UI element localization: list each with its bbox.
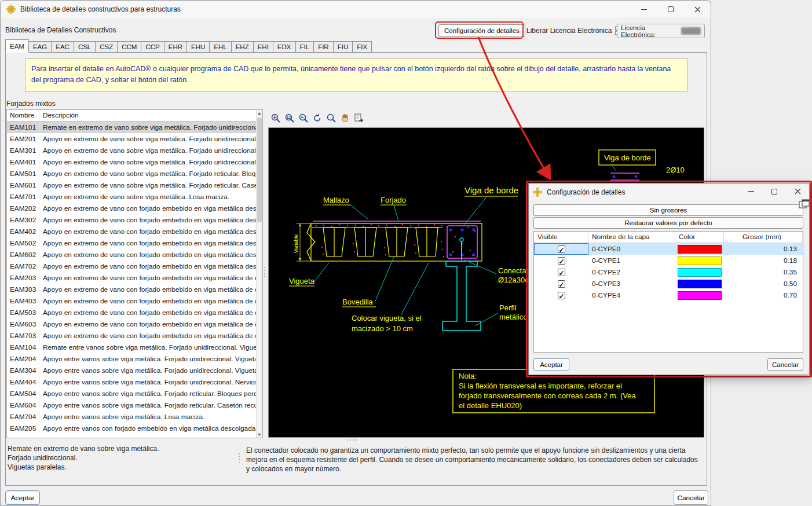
list-item[interactable]: EAM603 Apoyo en extremo de vano con forj…	[7, 318, 256, 330]
list-item[interactable]: EAM101 Remate en extremo de vano sobre v…	[7, 122, 256, 133]
detail-tab[interactable]: CCM	[117, 41, 141, 53]
list-item[interactable]: EAM702 Apoyo en extremo de vano con forj…	[7, 261, 256, 272]
detail-tab[interactable]: CCP	[141, 41, 164, 53]
list-item[interactable]: EAM202 Apoyo en extremo de vano con forj…	[7, 203, 256, 214]
visible-checkbox[interactable]	[558, 292, 565, 299]
list-item[interactable]: EAM301 Apoyo en extremo de vano sobre vi…	[7, 145, 256, 156]
list-item[interactable]: EAM502 Apoyo en extremo de vano con forj…	[7, 237, 256, 249]
accept-button[interactable]: Aceptar	[5, 490, 40, 505]
zoom-extents-icon[interactable]	[283, 112, 295, 124]
detail-tab[interactable]: EHR	[164, 41, 187, 53]
list-item[interactable]: EAM704 Apoyo entre vanos sobre viga metá…	[7, 411, 256, 423]
dialog-accept-button[interactable]: Aceptar	[533, 358, 569, 371]
list-item[interactable]: EAM201 Apoyo en extremo de vano sobre vi…	[7, 133, 256, 145]
zoom-previous-icon[interactable]	[297, 112, 309, 124]
column-header-nombre[interactable]: Nombre	[7, 110, 39, 121]
visible-checkbox[interactable]	[558, 280, 565, 288]
list-item[interactable]: EAM703 Apoyo en extremo de vano con forj…	[7, 330, 256, 342]
cad-label-viga-de-borde-top: Viga de borde	[604, 153, 651, 162]
list-item[interactable]: EAM503 Apoyo en extremo de vano con forj…	[7, 307, 256, 318]
bottom-panel-splitter[interactable]	[239, 453, 240, 463]
dialog-cancel-button[interactable]: Cancelar	[767, 358, 803, 371]
detail-tab[interactable]: EAG	[28, 41, 52, 53]
detail-tab[interactable]: FIU	[333, 41, 353, 53]
sin-grosores-button[interactable]: Sin grosores	[533, 204, 803, 216]
layer-color-swatch[interactable]	[678, 268, 722, 277]
list-item[interactable]: EAM303 Apoyo en extremo de vano con forj…	[7, 284, 256, 295]
detail-tab[interactable]: EHI	[253, 41, 273, 53]
layer-color-swatch[interactable]	[678, 280, 722, 288]
maximize-button[interactable]	[657, 1, 684, 18]
list-item[interactable]: EAM403 Apoyo en extremo de vano con forj…	[7, 295, 256, 307]
horizontal-splitter[interactable]	[347, 439, 357, 441]
detail-tab[interactable]: EHL	[209, 41, 231, 53]
tab-label: EHR	[169, 43, 182, 50]
scroll-down-arrow[interactable]	[257, 431, 262, 438]
visible-checkbox[interactable]	[558, 269, 565, 276]
layer-color-swatch[interactable]	[678, 245, 722, 254]
tab-label: EHI	[258, 43, 269, 50]
list-item[interactable]: EAM401 Apoyo en extremo de vano sobre vi…	[7, 156, 256, 168]
detail-tab[interactable]: EHZ	[231, 41, 254, 53]
column-header-visible[interactable]: Visible	[534, 232, 588, 243]
layer-row[interactable]: 0-CYPE4 0.70	[534, 289, 803, 301]
list-item[interactable]: EAM602 Apoyo en extremo de vano con forj…	[7, 249, 256, 261]
column-header-descripcion[interactable]: Descripción	[39, 110, 262, 121]
redraw-icon[interactable]	[311, 112, 323, 124]
dialog-close-button[interactable]	[786, 184, 809, 200]
detail-tab[interactable]: CSZ	[95, 41, 118, 53]
dialog-maximize-button[interactable]	[763, 184, 786, 200]
cancel-button[interactable]: Cancelar	[674, 490, 708, 505]
list-item[interactable]: EAM501 Apoyo en extremo de vano sobre vi…	[7, 168, 256, 179]
column-header-color[interactable]: Color	[675, 232, 724, 243]
release-license-command[interactable]: Liberar Licencia Electrónica	[526, 24, 626, 37]
list-item[interactable]: EAM402 Apoyo en extremo de vano con forj…	[7, 226, 256, 237]
close-button[interactable]	[684, 1, 711, 18]
vertical-splitter[interactable]	[264, 267, 265, 277]
pan-icon[interactable]	[339, 112, 351, 124]
detail-description: Apoyo en extremo de vano con forjado emb…	[39, 226, 256, 237]
list-item[interactable]: EAM302 Apoyo en extremo de vano con forj…	[7, 214, 256, 226]
detail-tab[interactable]: EDX	[273, 41, 296, 53]
zoom-window-icon[interactable]	[269, 112, 281, 124]
list-item[interactable]: EAM104 Remate entre vanos sobre viga met…	[7, 342, 256, 353]
detach-panel-icon[interactable]	[799, 199, 810, 211]
layer-row[interactable]: 0-CYPE3 0.50	[534, 278, 803, 289]
dialog-minimize-button[interactable]	[740, 184, 763, 200]
list-item[interactable]: EAM204 Apoyo entre vanos sobre viga metá…	[7, 353, 256, 365]
restore-defaults-button[interactable]: Restaurar valores por defecto	[533, 217, 803, 229]
detail-tab[interactable]: EHU	[186, 41, 210, 53]
layer-row[interactable]: 0-CYPE2 0.35	[534, 266, 803, 278]
detail-tab[interactable]: FIX	[352, 41, 372, 53]
list-item[interactable]: EAM604 Apoyo entre vanos sobre viga metá…	[7, 399, 256, 411]
scroll-up-arrow[interactable]	[257, 110, 262, 116]
layer-row[interactable]: 0-CYPE1 0.18	[534, 255, 803, 266]
config-details-button[interactable]: Configuración de detalles	[438, 24, 525, 37]
detail-tab[interactable]: CSL	[74, 41, 96, 53]
detail-tab[interactable]: EAC	[51, 41, 74, 53]
scrollbar-thumb[interactable]	[257, 118, 262, 222]
zoom-realtime-icon[interactable]	[325, 112, 337, 124]
column-header-weight[interactable]: Grosor (mm)	[724, 232, 803, 243]
list-item[interactable]: EAM404 Apoyo entre vanos sobre viga metá…	[7, 376, 256, 388]
detail-tab[interactable]: EAM	[5, 39, 29, 53]
list-item[interactable]: EAM601 Apoyo en extremo de vano sobre vi…	[7, 179, 256, 191]
visible-checkbox[interactable]	[558, 245, 565, 253]
visible-checkbox[interactable]	[558, 257, 565, 265]
column-header-layer-name[interactable]: Nombre de la capa	[588, 232, 675, 243]
list-item[interactable]: EAM504 Apoyo entre vanos sobre viga metá…	[7, 388, 256, 399]
list-item[interactable]: EAM203 Apoyo en extremo de vano con forj…	[7, 272, 256, 284]
minimize-button[interactable]	[631, 1, 657, 18]
list-item[interactable]: EAM701 Apoyo en extremo de vano sobre vi…	[7, 191, 256, 203]
layer-color-swatch[interactable]	[678, 256, 722, 265]
detail-tab[interactable]: FIL	[295, 41, 314, 53]
list-header: Nombre Descripción	[7, 110, 262, 122]
list-item[interactable]: EAM205 Apoyo entre vanos con forjado emb…	[7, 423, 256, 434]
detail-code: EAM301	[7, 145, 39, 156]
layer-row[interactable]: 0-CYPE0 0.13	[534, 243, 803, 255]
export-icon[interactable]	[353, 112, 365, 124]
layer-color-swatch[interactable]	[678, 291, 722, 300]
list-item[interactable]: EAM304 Apoyo entre vanos sobre viga metá…	[7, 365, 256, 376]
list-scrollbar[interactable]	[256, 110, 262, 438]
detail-tab[interactable]: FIR	[313, 41, 334, 53]
